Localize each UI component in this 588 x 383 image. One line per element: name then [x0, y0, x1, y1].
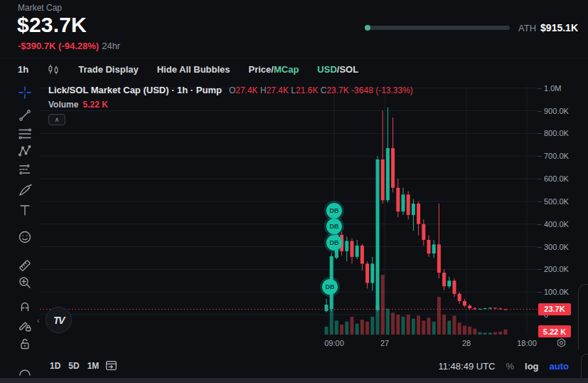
footer-strip — [0, 378, 588, 383]
range-1d-button[interactable]: 1D — [50, 361, 60, 371]
interval-button[interactable]: 1h — [18, 64, 28, 75]
auto-scale-button[interactable]: auto — [550, 361, 569, 372]
volume-bar — [504, 330, 508, 335]
volume-bar — [335, 320, 338, 335]
xabcd-pattern-tool-button[interactable] — [17, 143, 33, 159]
candle — [325, 299, 328, 313]
clock[interactable]: 11:48:49 UTC — [439, 361, 496, 372]
close-value: 23.7K — [326, 85, 348, 95]
ruler-tool-button[interactable] — [17, 258, 33, 273]
volume-bar — [402, 317, 405, 335]
open-key: O — [229, 85, 235, 95]
volume-bar — [453, 315, 456, 335]
time-tick-label: 09:00 — [324, 339, 344, 347]
current-price-tag: 23.7K — [538, 303, 571, 315]
volume-key[interactable]: Volume — [48, 100, 78, 110]
price-axis-settings-button[interactable] — [555, 337, 567, 352]
chart-legend: Lick/SOL Market Cap (USD) · 1h · PumpO27… — [48, 85, 413, 125]
candle — [402, 188, 405, 215]
candle — [345, 236, 348, 261]
price-tick-label: 700.0K — [544, 152, 569, 160]
candle — [376, 156, 380, 311]
volume-bar — [432, 322, 436, 335]
collapse-toolbar-chevron[interactable]: ‹ — [37, 317, 39, 325]
ath-progress-bar — [365, 26, 510, 30]
candle — [365, 261, 369, 288]
magnet-tool-button[interactable] — [17, 298, 33, 314]
ohlc-values: O27.4K H27.4K L21.6K C23.7K -3648 (-13.3… — [229, 85, 413, 95]
fib-retracement-tool-button[interactable] — [17, 126, 33, 142]
draw-lock-tool-button[interactable] — [17, 318, 33, 333]
trading-terminal: Market Cap $23.7K -$390.7K (-94.28%)24hr… — [0, 0, 588, 383]
volume-bar — [356, 324, 359, 335]
text-icon — [17, 202, 33, 218]
crosshair-icon — [17, 85, 33, 100]
volume-bar — [463, 325, 466, 335]
price-tick-label: 900.0K — [544, 107, 569, 115]
tradingview-logo-glyph: TV — [53, 315, 64, 326]
forecast-icon — [17, 162, 33, 177]
chart-type-button[interactable] — [47, 63, 60, 76]
price-tick-label: 100.0K — [544, 288, 569, 296]
candle — [468, 304, 471, 309]
candle — [488, 307, 492, 309]
side-panel-edge — [578, 284, 588, 350]
trade-display-button[interactable]: Trade Display — [78, 64, 139, 75]
legend-collapse-button[interactable]: ∧ — [48, 114, 65, 125]
candle — [351, 238, 354, 263]
log-scale-button[interactable]: log — [525, 361, 539, 372]
percent-scale-button[interactable]: % — [506, 361, 514, 372]
volume-bar — [340, 325, 343, 335]
fib-retracement-icon — [17, 126, 33, 142]
price-tick-label: 500.0K — [544, 197, 569, 206]
emoji-tool-button[interactable] — [17, 229, 33, 245]
dev-buy-bubble[interactable]: DB — [326, 235, 342, 251]
zoom-in-icon — [17, 275, 33, 290]
mcap-option[interactable]: MCap — [274, 64, 299, 75]
price-mcap-toggle[interactable]: Price/MCap — [249, 64, 299, 75]
trend-line-tool-button[interactable] — [17, 107, 33, 123]
candle — [412, 199, 415, 231]
volume-bar — [473, 329, 476, 335]
side-panel-edge-lower — [581, 354, 588, 378]
magnet-icon — [17, 298, 33, 314]
volume-bar — [370, 317, 374, 335]
candle — [370, 257, 374, 291]
volume-bar — [468, 327, 471, 335]
candle — [473, 307, 476, 310]
candle — [442, 269, 446, 290]
range-buttons: 1D 5D 1M — [50, 361, 99, 371]
sol-option[interactable]: /SOL — [337, 64, 358, 75]
hide-all-bubbles-button[interactable]: Hide All Bubbles — [157, 64, 230, 75]
zoom-in-tool-button[interactable] — [17, 275, 33, 290]
dev-buy-bubble[interactable]: DB — [326, 219, 342, 234]
text-tool-button[interactable] — [17, 202, 33, 218]
time-axis[interactable]: 09:00272818:00 — [0, 335, 537, 355]
usd-option[interactable]: USD — [317, 64, 336, 75]
emoji-icon — [17, 229, 33, 245]
current-volume-tag: 5.22 K — [538, 325, 571, 337]
forecast-tool-button[interactable] — [17, 162, 33, 177]
volume-bar — [391, 313, 395, 335]
range-5d-button[interactable]: 5D — [68, 361, 79, 371]
ath-progress: ATH $915.1K — [365, 20, 578, 36]
usd-sol-toggle[interactable]: USD/SOL — [317, 64, 358, 75]
price-tick-label: 300.0K — [544, 243, 569, 251]
volume-bar — [422, 320, 425, 335]
tradingview-logo[interactable]: TV — [46, 307, 72, 333]
brush-tool-button[interactable] — [17, 182, 33, 198]
go-to-date-button[interactable] — [104, 358, 118, 375]
bottom-bar: 1D 5D 1M 11:48:49 UTC % log auto — [0, 355, 588, 377]
range-1m-button[interactable]: 1M — [87, 361, 100, 371]
dev-buy-bubble[interactable]: DB — [326, 203, 342, 219]
gear-icon — [555, 337, 567, 349]
ath-label: ATH — [518, 23, 536, 33]
symbol-title[interactable]: Lick/SOL Market Cap (USD) · 1h · Pump — [48, 85, 222, 95]
crosshair-tool-button[interactable] — [17, 85, 33, 100]
ath-progress-fill — [365, 25, 370, 31]
dev-buy-bubble[interactable]: DB — [322, 279, 338, 295]
price-option[interactable]: Price/ — [249, 64, 274, 75]
volume-bar — [325, 327, 328, 335]
high-key: H — [260, 85, 267, 95]
change-amount: -$390.7K (-94.28%) — [18, 41, 99, 51]
